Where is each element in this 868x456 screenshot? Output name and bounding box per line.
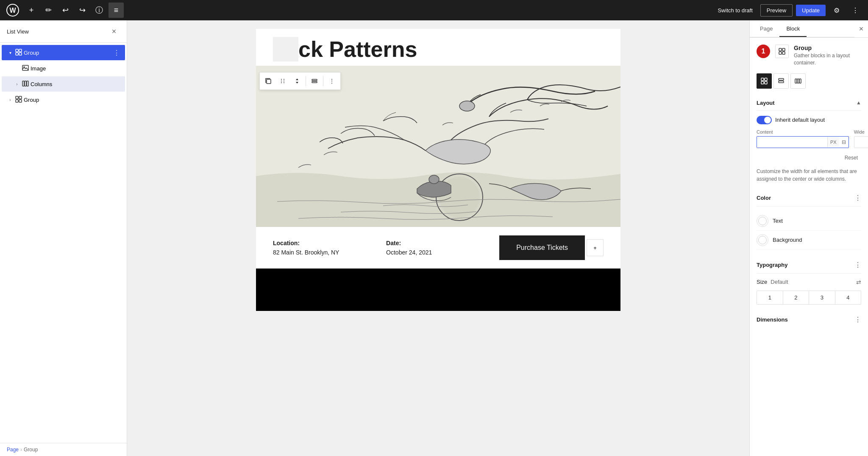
size-btn-4[interactable]: 4	[835, 291, 861, 304]
wp-logo[interactable]: W	[5, 3, 20, 18]
typography-section: Size Default ⇄ 1 2 3 4	[757, 279, 861, 305]
preview-button[interactable]: Preview	[760, 4, 793, 17]
sidebar-header: List View ×	[0, 20, 127, 43]
tree-more-group1[interactable]: ⋮	[111, 48, 122, 58]
reset-btn-row: Reset	[757, 153, 861, 162]
dimensions-more-button[interactable]: ⋮	[854, 316, 861, 324]
typography-more-button[interactable]: ⋮	[854, 261, 861, 269]
svg-rect-12	[19, 96, 22, 99]
date-col: Date: October 24, 2021	[386, 240, 499, 256]
tree-item-group1[interactable]: ▾ Group ⋮	[2, 45, 125, 60]
tree-item-label-columns1: Columns	[31, 81, 110, 87]
add-block-button[interactable]: +	[24, 3, 39, 18]
color-more-button[interactable]: ⋮	[854, 194, 861, 202]
size-buttons: 1 2 3 4	[757, 291, 861, 305]
reset-button[interactable]: Reset	[841, 153, 861, 162]
content-width-unit: PX	[827, 137, 839, 147]
inherit-layout-toggle[interactable]	[757, 116, 772, 124]
drag-handle-button[interactable]	[276, 74, 289, 88]
typography-section-header[interactable]: Typography ⋮	[757, 257, 861, 274]
breadcrumb: Page › Group	[0, 443, 127, 456]
svg-rect-39	[795, 79, 797, 83]
layout-icon-stack[interactable]	[773, 73, 789, 89]
size-value: Default	[771, 279, 788, 285]
purchase-tickets-button[interactable]: Purchase Tickets	[499, 235, 585, 260]
page-title-area: Blck Patterns	[256, 29, 620, 66]
settings-button[interactable]: ⚙	[829, 3, 844, 18]
size-reset-button[interactable]: ⇄	[856, 279, 861, 285]
hero-image	[256, 66, 620, 227]
text-color-swatch-inner	[758, 217, 767, 225]
tree-item-columns1[interactable]: › Columns ⋮	[2, 76, 125, 92]
color-section-header[interactable]: Color ⋮	[757, 190, 861, 207]
undo-button[interactable]: ↩	[58, 3, 73, 18]
tree-item-image1[interactable]: Image ⋮	[2, 61, 125, 76]
info-button[interactable]: ⓘ	[92, 3, 107, 18]
tab-page[interactable]: Page	[753, 20, 779, 37]
svg-rect-41	[799, 79, 801, 83]
svg-rect-2	[16, 49, 18, 52]
add-below-button[interactable]: +	[587, 239, 604, 256]
content-width-input[interactable]	[757, 137, 827, 148]
more-options-toolbar-button[interactable]: ⋮	[325, 74, 339, 88]
svg-rect-40	[797, 79, 799, 83]
size-btn-3[interactable]: 3	[809, 291, 835, 304]
tree-icon-group1	[15, 49, 22, 57]
background-color-label: Background	[773, 237, 802, 243]
content-width-icon-btn[interactable]: ⊟	[839, 137, 849, 148]
inherit-layout-label: Inherit default layout	[775, 117, 825, 123]
background-color-swatch[interactable]	[757, 234, 768, 246]
location-label: Location:	[273, 240, 386, 246]
wide-width-label: Wide	[854, 129, 868, 134]
block-info: Group Gather blocks in a layout containe…	[794, 45, 861, 67]
redo-button[interactable]: ↪	[75, 3, 90, 18]
svg-point-17	[284, 79, 284, 80]
breadcrumb-page[interactable]: Page	[7, 447, 19, 453]
layout-icon-group[interactable]	[757, 73, 772, 89]
layout-section-header[interactable]: Layout ▲	[757, 95, 861, 111]
breadcrumb-current: Group	[24, 447, 38, 453]
tree-item-label-group1: Group	[24, 50, 110, 56]
svg-point-19	[284, 81, 284, 81]
copy-icon-button[interactable]	[262, 74, 275, 88]
svg-rect-13	[16, 100, 18, 102]
size-row: Size Default ⇄	[757, 279, 861, 285]
svg-rect-33	[761, 78, 764, 81]
right-sidebar: Page Block × 1 Group Gath	[749, 20, 868, 456]
sidebar-close-button[interactable]: ×	[108, 25, 120, 37]
more-options-button[interactable]: ⋮	[848, 3, 863, 18]
panel-close-button[interactable]: ×	[854, 22, 868, 36]
edit-button[interactable]: ✏	[41, 3, 56, 18]
switch-to-draft-button[interactable]: Switch to draft	[713, 5, 757, 16]
dimensions-section-header[interactable]: Dimensions ⋮	[757, 311, 861, 328]
svg-rect-29	[779, 48, 782, 51]
wide-width-input[interactable]	[854, 137, 868, 148]
svg-rect-5	[19, 53, 22, 55]
color-item-background: Background	[757, 231, 861, 250]
ft-separator	[306, 76, 306, 86]
size-btn-2[interactable]: 2	[783, 291, 810, 304]
move-up-down-button[interactable]	[290, 74, 304, 88]
size-btn-1[interactable]: 1	[757, 291, 783, 304]
tree-icon-group2	[15, 96, 22, 104]
top-toolbar: W + ✏ ↩ ↪ ⓘ ≡ Switch to draft Preview Up…	[0, 0, 868, 20]
content-card: Blck Patterns	[256, 29, 620, 311]
tree-item-group2[interactable]: › Group ⋮	[2, 92, 125, 107]
floating-toolbar: ⋮	[259, 72, 341, 90]
list-view-button[interactable]: ≡	[108, 3, 124, 18]
color-section: Text Background	[757, 212, 861, 250]
page-title: Blck Patterns	[273, 37, 604, 62]
tab-block[interactable]: Block	[779, 20, 807, 37]
layout-icon-row[interactable]	[790, 73, 806, 89]
tree-item-label-group2: Group	[24, 97, 110, 103]
dimensions-section-title: Dimensions	[757, 316, 788, 323]
update-button[interactable]: Update	[796, 5, 826, 16]
svg-rect-11	[16, 96, 18, 99]
svg-rect-9	[25, 81, 26, 86]
panel-tabs-row: Page Block ×	[750, 20, 868, 38]
align-button[interactable]	[308, 74, 321, 88]
canvas-inner: ⋮ Blck Patterns	[256, 29, 620, 448]
color-section-title: Color	[757, 195, 771, 201]
text-color-swatch[interactable]	[757, 215, 768, 227]
tree-item-label-image1: Image	[31, 65, 110, 72]
